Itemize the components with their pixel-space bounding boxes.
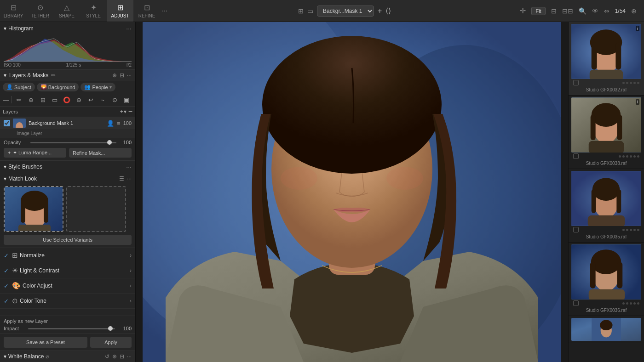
- copy-icon[interactable]: ⊕: [112, 72, 117, 79]
- rect-tool[interactable]: ▭: [49, 95, 60, 105]
- filmstrip-check-2[interactable]: [573, 153, 579, 159]
- filmstrip-thumb-5: [571, 318, 641, 341]
- layers-label: Layers: [3, 109, 118, 114]
- remove-layer-button[interactable]: −: [128, 108, 132, 115]
- layer-controls: Opacity 100 ✦ ✦ Luma Range... Refine Mas…: [0, 138, 135, 160]
- opacity-slider[interactable]: [30, 142, 116, 143]
- luma-range-button[interactable]: ✦ ✦ Luma Range...: [4, 148, 66, 158]
- tab-library[interactable]: ⊟ LIBRARY: [0, 0, 27, 22]
- use-selected-variants-button[interactable]: Use Selected Variants: [4, 235, 132, 245]
- match-list-icon[interactable]: ☰: [119, 175, 124, 182]
- fdot: [637, 82, 639, 84]
- save-preset-button[interactable]: Save as a Preset: [4, 337, 87, 348]
- layers-more-icon[interactable]: ···: [127, 72, 132, 79]
- gradient-tool[interactable]: ↩: [85, 95, 96, 105]
- tab-adjust-label: ADJUST: [111, 13, 129, 18]
- layer-checkbox[interactable]: [4, 120, 10, 126]
- filmstrip-item-1[interactable]: i Studio GFX0032.raf: [569, 22, 644, 96]
- add-layer-icon[interactable]: +: [378, 7, 382, 15]
- toolbar-right: ✛ Fit ⊟ ⊟⊟ 🔍 👁 ⇔ 1/54 ⊕: [520, 6, 644, 15]
- paste-icon[interactable]: ⊟: [120, 72, 124, 79]
- tab-shape[interactable]: △ SHAPE: [53, 0, 80, 22]
- color-adjust-check[interactable]: ✓: [4, 283, 12, 289]
- color-tone-check[interactable]: ✓: [4, 298, 12, 305]
- normalize-label: Normalize: [20, 252, 130, 259]
- layer-selector[interactable]: Backgr...Mask 1: [317, 6, 374, 17]
- histogram-header[interactable]: ▾ Histogram ···: [4, 25, 132, 32]
- filmstrip-dots-4: [571, 300, 641, 307]
- layer-item[interactable]: Background Mask 1 👤 ≡ 100: [0, 117, 135, 130]
- photo-container: [136, 22, 568, 362]
- filmstrip-thumb-2: i: [571, 97, 641, 153]
- match-look-item-empty[interactable]: [66, 186, 126, 232]
- stamp-tool[interactable]: ▣: [121, 95, 132, 105]
- people-dropdown-icon[interactable]: ▾: [109, 85, 112, 90]
- wb-paste-icon[interactable]: ⊟: [120, 353, 124, 360]
- white-balance-section[interactable]: ▾ White Balance ⌀ ↺ ⊕ ⊟ ···: [0, 351, 135, 362]
- adj-color-tone[interactable]: ✓ ⊙ Color Tone: [0, 294, 135, 309]
- clone-tool[interactable]: ~: [97, 95, 108, 105]
- filmstrip-num-1: i: [636, 26, 639, 31]
- match-more-icon[interactable]: ···: [127, 175, 132, 182]
- subject-tab[interactable]: 👤 Subject: [3, 83, 35, 91]
- wb-eyedropper-icon[interactable]: ⌀: [46, 353, 49, 360]
- eye-icon[interactable]: 👁: [592, 7, 598, 15]
- more-tabs-button[interactable]: ⋯: [160, 8, 169, 14]
- filmstrip-item-5[interactable]: [569, 316, 644, 343]
- fdot: [637, 302, 639, 305]
- search-icon[interactable]: 🔍: [579, 7, 586, 15]
- apply-button[interactable]: Apply: [90, 337, 132, 348]
- style-icon: ✦: [91, 3, 97, 12]
- match-look-header[interactable]: ▾ Match Look ☰ ···: [0, 173, 135, 184]
- adj-normalize[interactable]: ✓ ⊞ Normalize: [0, 248, 135, 263]
- compare-icon[interactable]: ⇔: [604, 7, 610, 15]
- wb-reset-icon[interactable]: ↺: [105, 353, 109, 360]
- filmstrip-thumb-4: [571, 244, 641, 300]
- filmstrip-check-4[interactable]: [573, 300, 579, 306]
- color-adjust-label: Color Adjust: [23, 283, 130, 289]
- brush-tool[interactable]: ✏: [13, 95, 24, 105]
- filmstrip-dots-1: [571, 79, 641, 86]
- refine-mask-button[interactable]: Refine Mask...: [69, 148, 132, 158]
- svg-point-24: [262, 36, 442, 174]
- tab-style[interactable]: ✦ STYLE: [80, 0, 107, 22]
- tab-refine[interactable]: ⊡ REFINE: [133, 0, 160, 22]
- fdot: [622, 155, 625, 158]
- histogram-section: ▾ Histogram ··· ISO 100: [0, 22, 135, 70]
- fit-button[interactable]: Fit: [531, 7, 545, 15]
- adj-light-contrast[interactable]: ✓ ☀ Light & Contrast: [0, 263, 135, 278]
- adj-color-adjust[interactable]: ✓ 🎨 Color Adjust: [0, 278, 135, 294]
- edit-layers-icon[interactable]: ✏: [51, 72, 56, 79]
- style-brushes-section[interactable]: ▾ Style Brushes ···: [0, 161, 135, 173]
- nav-arrows-icon[interactable]: ⟨⟩: [385, 6, 391, 15]
- background-tab[interactable]: 🌄 Background: [37, 83, 79, 91]
- color-tone-arrow: [130, 298, 132, 304]
- filmstrip-item-4[interactable]: Studio GFX0036.raf: [569, 243, 644, 316]
- tab-shape-label: SHAPE: [59, 13, 75, 18]
- layers-masks-title: ▾ Layers & Masks ✏: [4, 72, 56, 79]
- filmstrip-check-1[interactable]: [573, 80, 579, 85]
- wb-copy-icon[interactable]: ⊕: [112, 353, 117, 360]
- circle-tool[interactable]: ⭕: [61, 95, 72, 105]
- filmstrip-item-2[interactable]: i Studio GFX0038.raf: [569, 96, 644, 169]
- match-look-item-selected[interactable]: [4, 186, 63, 232]
- people-tab[interactable]: 👥 People ▾: [80, 83, 115, 91]
- lasso-tool[interactable]: ⊞: [37, 95, 48, 105]
- normalize-check[interactable]: ✓: [4, 252, 12, 259]
- wb-more-icon[interactable]: ···: [127, 353, 132, 360]
- impact-slider[interactable]: [28, 328, 115, 329]
- add-layer-button[interactable]: + ▾: [120, 108, 126, 115]
- layers-masks-header[interactable]: ▾ Layers & Masks ✏ ⊕ ⊟ ···: [0, 70, 135, 81]
- histogram-more-button[interactable]: ···: [126, 25, 132, 32]
- tab-tether[interactable]: ⊙ TETHER: [27, 0, 53, 22]
- filmstrip-check-3[interactable]: [573, 227, 579, 232]
- filmstrip-item-3[interactable]: Studio GFX0035.raf: [569, 169, 644, 243]
- light-contrast-check[interactable]: ✓: [4, 267, 12, 274]
- svg-point-33: [592, 103, 621, 127]
- magnify-icon[interactable]: ⊕: [631, 7, 637, 15]
- style-brushes-more[interactable]: ···: [126, 163, 132, 170]
- ai-tool[interactable]: ⊕: [25, 95, 36, 105]
- heal-tool[interactable]: ⊙: [109, 95, 120, 105]
- erase-tool[interactable]: ⊖: [73, 95, 84, 105]
- tab-adjust[interactable]: ⊞ ADJUST: [107, 0, 133, 22]
